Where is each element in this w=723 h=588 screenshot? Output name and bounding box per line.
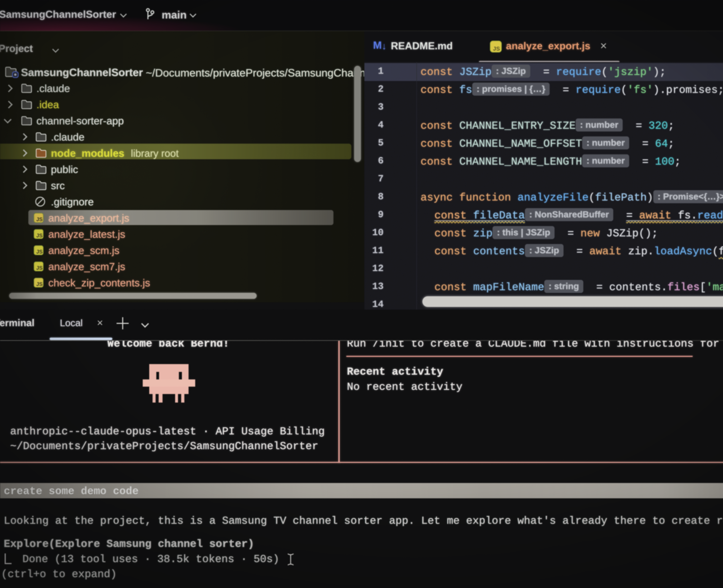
svg-text:JS: JS	[36, 233, 43, 238]
svg-text:JS: JS	[36, 281, 43, 287]
svg-text:JS: JS	[36, 265, 43, 271]
svg-text:JS: JS	[36, 216, 43, 222]
svg-text:JS: JS	[36, 249, 43, 255]
svg-text:JS: JS	[493, 45, 500, 52]
